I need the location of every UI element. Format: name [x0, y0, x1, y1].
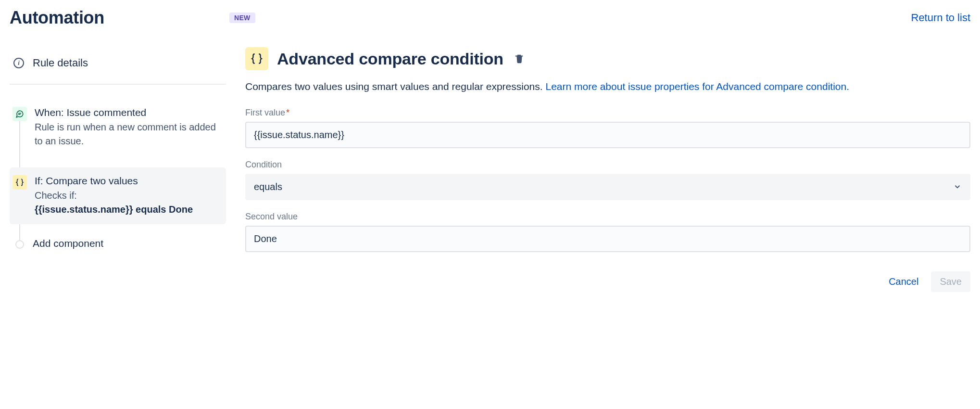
braces-icon [245, 47, 268, 70]
braces-icon [13, 175, 27, 190]
condition-title: If: Compare two values [35, 175, 220, 187]
learn-more-link[interactable]: Learn more about issue properties for Ad… [545, 81, 849, 92]
timeline-trigger[interactable]: When: Issue commented Rule is run when a… [10, 99, 226, 156]
cancel-button[interactable]: Cancel [880, 271, 927, 292]
condition-expr: {{issue.status.name}} [35, 204, 133, 215]
page-title: Automation [10, 8, 104, 28]
timeline-condition[interactable]: If: Compare two values Checks if: {{issu… [10, 167, 226, 224]
main-description: Compares two values using smart values a… [245, 79, 970, 94]
footer-actions: Cancel Save [245, 271, 970, 292]
trigger-desc: Rule is run when a new comment is added … [35, 120, 220, 148]
first-value-input[interactable] [245, 122, 970, 148]
condition-select-wrap: equals [245, 174, 970, 200]
info-icon: i [13, 58, 24, 68]
main-header: Advanced compare condition [245, 47, 970, 70]
delete-button[interactable] [512, 51, 527, 66]
sidebar: i Rule details When: Issue commented Rul… [10, 42, 226, 292]
first-value-label-text: First value [245, 108, 285, 117]
condition-label: Condition [245, 160, 970, 170]
timeline-condition-body: If: Compare two values Checks if: {{issu… [35, 175, 220, 217]
comment-icon [13, 107, 27, 121]
required-asterisk: * [286, 108, 289, 117]
header-left: Automation NEW [10, 8, 255, 28]
layout: i Rule details When: Issue commented Rul… [10, 42, 970, 292]
condition-op: equals [136, 204, 166, 215]
condition-group: Condition equals [245, 160, 970, 200]
condition-desc: Checks if: {{issue.status.name}} equals … [35, 189, 220, 217]
empty-step-icon [15, 240, 24, 249]
second-value-label: Second value [245, 212, 970, 222]
condition-desc-prefix: Checks if: [35, 190, 77, 201]
return-to-list-link[interactable]: Return to list [911, 12, 971, 24]
rule-timeline: When: Issue commented Rule is run when a… [10, 99, 226, 251]
rule-details-row[interactable]: i Rule details [10, 57, 226, 85]
save-button[interactable]: Save [931, 271, 970, 292]
second-value-input[interactable] [245, 226, 970, 252]
page-header: Automation NEW Return to list [10, 8, 970, 28]
second-value-group: Second value [245, 212, 970, 252]
main-panel: Advanced compare condition Compares two … [245, 42, 970, 292]
rule-details-label: Rule details [33, 57, 88, 69]
timeline-trigger-body: When: Issue commented Rule is run when a… [35, 107, 220, 148]
main-desc-text: Compares two values using smart values a… [245, 81, 545, 92]
add-component-button[interactable]: Add component [10, 236, 226, 251]
condition-val: Done [169, 204, 193, 215]
new-badge: NEW [229, 13, 255, 23]
condition-select[interactable]: equals [245, 174, 970, 200]
add-component-label: Add component [33, 238, 103, 249]
trash-icon [514, 53, 525, 64]
first-value-label: First value* [245, 108, 970, 118]
first-value-group: First value* [245, 108, 970, 148]
main-title: Advanced compare condition [277, 50, 503, 68]
trigger-title: When: Issue commented [35, 107, 220, 118]
